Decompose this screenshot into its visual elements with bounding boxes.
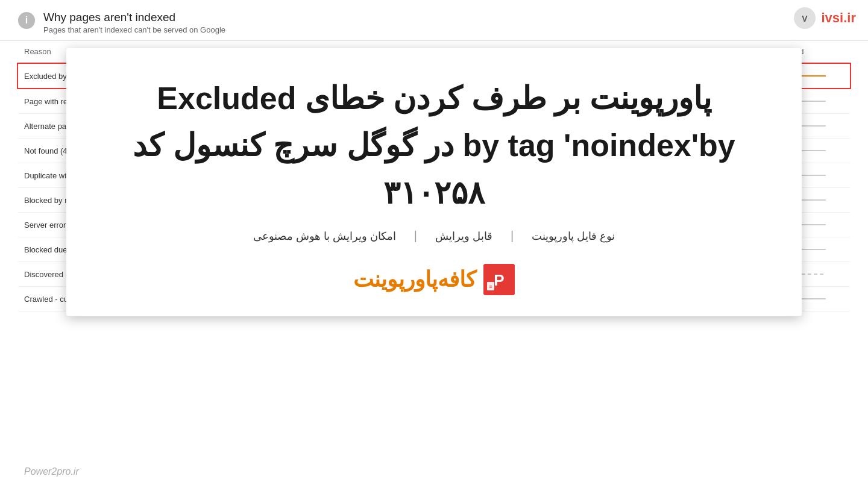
meta-ai: امکان ویرایش با هوش مصنوعی <box>253 230 396 243</box>
brand-name: کافه‌پاورپوینت <box>353 267 476 292</box>
header-text: Why pages aren't indexed Pages that aren… <box>43 11 225 34</box>
overlay-title-line1: پاورپوینت بر طرف کردن خطای Excluded <box>66 48 802 125</box>
ivsi-logo-icon: V <box>791 6 818 30</box>
info-icon: i <box>18 12 35 29</box>
overlay-card: پاورپوینت بر طرف کردن خطای Excluded by t… <box>66 48 802 316</box>
separator-2: | <box>414 229 417 243</box>
ivsi-logo-text: ivsi.ir <box>822 10 857 26</box>
overlay-title-line2: by tag 'noindex'by در گوگل سرچ کنسول کد <box>66 125 802 175</box>
svg-text:P: P <box>494 271 504 289</box>
brand-logo-icon: P ≡ <box>483 264 515 295</box>
page-header: i Why pages aren't indexed Pages that ar… <box>0 0 868 41</box>
page-subtitle: Pages that aren't indexed can't be serve… <box>43 25 225 34</box>
ivsi-logo: V ivsi.ir <box>791 6 857 30</box>
meta-type: نوع فایل پاورپوینت <box>532 230 615 243</box>
overlay-brand: P ≡ کافه‌پاورپوینت <box>66 255 802 316</box>
watermark: Power2pro.ir <box>24 466 79 477</box>
page-title: Why pages aren't indexed <box>43 11 225 24</box>
svg-text:≡: ≡ <box>489 284 492 290</box>
svg-text:V: V <box>802 14 808 23</box>
overlay-code: ۳۱۰۲۵۸ <box>66 175 802 229</box>
separator-1: | <box>511 229 514 243</box>
meta-editable: قابل ویرایش <box>435 230 492 243</box>
overlay-meta: نوع فایل پاورپوینت | قابل ویرایش | امکان… <box>66 229 802 255</box>
